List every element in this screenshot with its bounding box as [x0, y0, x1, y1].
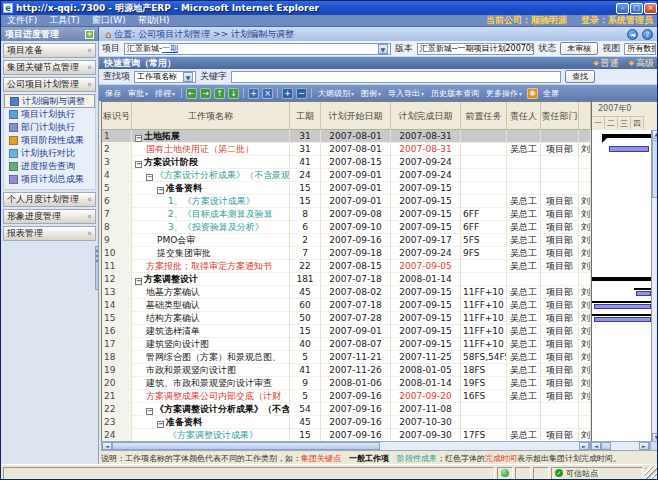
gantt-summary-bar[interactable]	[592, 301, 651, 303]
scrollbar-thumb[interactable]	[652, 140, 658, 198]
menu-item[interactable]: 文件(F)	[7, 14, 37, 27]
table-row[interactable]: 3−方案设计阶段412007-08-152007-09-24	[102, 156, 658, 169]
table-row[interactable]: 4−《方案设计分析成果》（不含景观242007-09-012007-09-24	[102, 169, 658, 182]
sidebar-item[interactable]: 项目计划执行	[4, 108, 95, 121]
menu-item[interactable]: 工具(T)	[49, 14, 80, 27]
table-row[interactable]: 72、《目标成本测算及验算82007-09-082007-09-156FF吴总工…	[102, 208, 658, 221]
scroll-left-icon[interactable]: ◄	[102, 442, 112, 450]
table-row[interactable]: 14基础类型确认602007-07-182007-09-1511FF+10 工吴…	[102, 299, 658, 312]
table-row[interactable]: 18管网综合图（方案）和景观总图、52007-11-212007-11-2558…	[102, 351, 658, 364]
table-row[interactable]: 83、《投资验算及分析》62007-09-102007-09-156FF吴总工项…	[102, 221, 658, 234]
version-field[interactable]: 汇景新城--一期项目计划20070904版本	[417, 43, 534, 55]
gantt-task-bar[interactable]	[594, 304, 651, 309]
fullscreen-icon[interactable]: ❋	[527, 88, 538, 99]
menu-item[interactable]: 帮助(H)	[138, 14, 170, 27]
sidebar-section-group-key-node[interactable]: 集团关键节点管理«	[3, 60, 96, 75]
sidebar-section-company-plan[interactable]: 公司项目计划管理«	[3, 77, 96, 92]
table-row[interactable]: 23−准备资料452007-09-162007-10-30	[102, 416, 658, 429]
zoom-out-icon[interactable]: −	[296, 88, 307, 99]
delete-row-icon[interactable]: ×	[262, 88, 273, 99]
table-row[interactable]: 22−《方案调整设计分析成果》（不含542007-09-162007-11-08	[102, 403, 658, 416]
close-button[interactable]: ×	[644, 3, 657, 14]
project-select[interactable]: 汇景新城- 一期 ▼	[124, 43, 391, 55]
scroll-up-icon[interactable]: ▲	[652, 130, 658, 139]
toolbar-button-outline-level[interactable]: 大纲级别▾	[316, 87, 356, 100]
collapse-icon[interactable]: −	[135, 135, 142, 142]
outdent-icon[interactable]: ←	[186, 88, 197, 99]
collapse-icon[interactable]: −	[135, 278, 142, 285]
table-row[interactable]: 12−方案调整设计1812007-07-182008-01-14	[102, 273, 658, 286]
move-up-icon[interactable]: ↑	[214, 88, 225, 99]
toolbar-button-more-actions[interactable]: 更多操作▾	[484, 87, 524, 100]
search-button[interactable]: 查找	[565, 70, 595, 83]
gantt-task-bar[interactable]	[594, 317, 651, 322]
gantt-task-bar[interactable]	[609, 146, 649, 152]
sidebar-section-personal-monthly[interactable]: 个人月度计划管理«	[3, 192, 96, 207]
table-row[interactable]: 9PMO会审22007-09-162007-09-175FS吴总工项目部刘	[102, 234, 658, 247]
table-row[interactable]: 16建筑选样清单152007-09-012007-09-1511FF+10 工吴…	[102, 325, 658, 338]
table-row[interactable]: 61、《方案设计成果》152007-09-012007-09-15吴总工项目部刘	[102, 195, 658, 208]
insert-row-icon[interactable]: +	[248, 88, 259, 99]
toolbar-button-schedule[interactable]: 排程▾	[153, 87, 177, 100]
table-row[interactable]: 1−土地拓展312007-08-012007-08-31	[102, 130, 658, 143]
minimize-button[interactable]: –	[616, 3, 629, 14]
toolbar-button-legend[interactable]: 图例▾	[359, 87, 383, 100]
indent-icon[interactable]: →	[200, 88, 211, 99]
view-select[interactable]: 所有数据 ▼	[624, 43, 656, 55]
sidebar-item[interactable]: 项目阶段性成果	[4, 134, 95, 147]
project-phase-link[interactable]: 一期	[162, 43, 178, 54]
quickbar-link[interactable]: ◆高级	[629, 57, 654, 70]
table-row[interactable]: 17建筑竖向设计图402007-08-072007-09-1511FF+10 工…	[102, 338, 658, 351]
sidebar-section-visual-progress[interactable]: 形象进度管理«	[3, 209, 96, 224]
help-icon[interactable]: ?	[642, 29, 653, 40]
toolbar-button-history-version[interactable]: 历史版本查询	[429, 87, 481, 100]
move-down-icon[interactable]: ↓	[228, 88, 239, 99]
toolbar-button-import-export[interactable]: 导入导出▾	[386, 87, 426, 100]
status-badge[interactable]: 未审核	[560, 42, 598, 55]
gantt-summary-bar[interactable]	[592, 277, 651, 281]
table-row[interactable]: 19市政和景观竖向设计图412007-11-262008-01-0518FS吴总…	[102, 364, 658, 377]
sidebar-item[interactable]: 计划编制与调整	[4, 94, 95, 108]
zoom-in-icon[interactable]: +	[282, 88, 293, 99]
toolbar-button-save[interactable]: 保存	[103, 87, 123, 100]
gantt-summary-bar[interactable]	[634, 288, 651, 290]
keyword-input[interactable]	[231, 71, 561, 83]
sidebar-item[interactable]: 进度报告查询	[4, 160, 95, 173]
table-row[interactable]: 15结构方案确认502007-07-282007-09-1511FF+10 工吴…	[102, 312, 658, 325]
search-field-select[interactable]: 工作项名称 ▼	[134, 71, 196, 83]
menu-item[interactable]: 窗口(W)	[92, 14, 126, 27]
back-icon[interactable]: ◄	[627, 29, 638, 40]
collapse-icon[interactable]: −	[146, 174, 153, 181]
gantt-task-bar[interactable]	[636, 291, 651, 296]
scrollbar-thumb[interactable]	[112, 442, 380, 450]
gantt-vertical-scrollbar[interactable]: ▲ ▼	[651, 130, 658, 442]
sidebar-item[interactable]: 计划执行对比	[4, 147, 95, 160]
maximize-button[interactable]: □	[630, 3, 643, 14]
sidebar-item[interactable]: 部门计划执行	[4, 121, 95, 134]
collapse-icon[interactable]: −	[135, 161, 142, 168]
resize-grip[interactable]	[645, 467, 657, 480]
scroll-left-icon[interactable]: ◄	[591, 442, 601, 450]
table-row[interactable]: 11方案报批；取得审定方案通知书222007-08-152007-09-05吴总…	[102, 260, 658, 273]
gantt-summary-bar[interactable]	[602, 134, 651, 138]
gantt-horizontal-scrollbar[interactable]: ◄ ►	[590, 441, 650, 451]
collapse-icon[interactable]: −	[157, 187, 164, 194]
sidebar-section-report[interactable]: 报表管理«	[3, 226, 96, 241]
toolbar-button-approve[interactable]: 审批▾	[126, 87, 150, 100]
table-row[interactable]: 10提交集团审批72007-09-182007-09-249FS吴总工项目部刘	[102, 247, 658, 260]
table-row[interactable]: 20建筑、市政和景观竖向设计审查92008-01-062008-01-1419F…	[102, 377, 658, 390]
table-row[interactable]: 2国有土地使用证（第二批）312007-08-012007-08-31吴总工项目…	[102, 143, 658, 156]
sidebar-item[interactable]: 项目计划总成果	[4, 173, 95, 186]
scroll-right-icon[interactable]: ►	[579, 442, 589, 450]
table-horizontal-scrollbar[interactable]: ◄ ►	[101, 441, 590, 451]
table-row[interactable]: 5−准备资料152007-09-012007-09-15	[102, 182, 658, 195]
sidebar-section-project-prep[interactable]: 项目准备«	[3, 43, 96, 58]
table-row[interactable]: 21方案调整成果公司内部交底（计财52007-09-162007-09-2016…	[102, 390, 658, 403]
chevron-down-icon[interactable]: ▼	[183, 72, 193, 82]
quickbar-link[interactable]: ◆普通	[593, 57, 618, 70]
toolbar-button-fullscreen[interactable]: 全屏	[541, 87, 561, 100]
chevron-down-icon[interactable]: ▼	[378, 44, 388, 54]
table-row[interactable]: 13地基方案确认452007-08-022007-09-1511FF+10 工吴…	[102, 286, 658, 299]
scroll-right-icon[interactable]: ►	[639, 442, 649, 450]
gantt-summary-bar[interactable]	[592, 314, 651, 316]
